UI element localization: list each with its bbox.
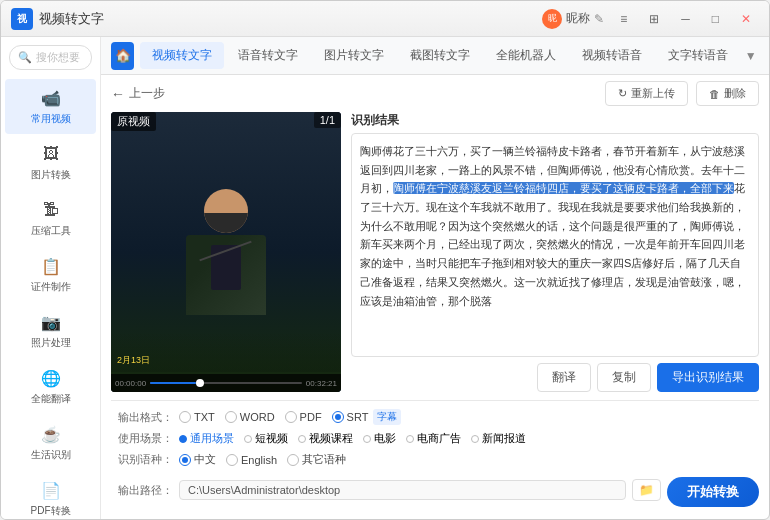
settings-area: 输出格式： TXTWORDPDFSRT字幕 使用场景： 通用场景短视频视频课程电… bbox=[111, 400, 759, 513]
path-label: 输出路径： bbox=[111, 483, 173, 498]
lang-options: 中文English其它语种 bbox=[179, 452, 346, 467]
scene-option-course[interactable]: 视频课程 bbox=[298, 431, 353, 446]
video-date: 2月13日 bbox=[117, 355, 150, 365]
sidebar-item-cert-make[interactable]: 📋证件制作 bbox=[5, 247, 96, 302]
window-controls: ≡ ⊞ ─ □ ✕ bbox=[612, 10, 759, 28]
tab-video-dubbing[interactable]: 视频转语音 bbox=[570, 42, 654, 69]
format-option-word[interactable]: WORD bbox=[225, 411, 275, 423]
scene-option-ecommerce[interactable]: 电商广告 bbox=[406, 431, 461, 446]
time-total: 00:32:21 bbox=[306, 379, 337, 388]
scene-options: 通用场景短视频视频课程电影电商广告新闻报道 bbox=[179, 431, 526, 446]
top-nav: 🏠 视频转文字语音转文字图片转文字截图转文字全能机器人视频转语音文字转语音 ▼ bbox=[101, 37, 769, 75]
ecommerce-dot bbox=[406, 435, 414, 443]
cert-make-icon: 📋 bbox=[40, 255, 62, 277]
translate-button[interactable]: 翻译 bbox=[537, 363, 591, 392]
sidebar-item-photo-process[interactable]: 📷照片处理 bbox=[5, 303, 96, 358]
timeline-progress bbox=[150, 382, 196, 384]
word-radio bbox=[225, 411, 237, 423]
nav-tabs: 视频转文字语音转文字图片转文字截图转文字全能机器人视频转语音文字转语音 bbox=[140, 42, 740, 69]
video-content[interactable]: 2月13日 ▶ 00:00:00 bbox=[111, 112, 341, 392]
course-dot bbox=[298, 435, 306, 443]
search-placeholder: 搜你想要 bbox=[36, 50, 80, 65]
user-info: 昵 昵称 ✎ bbox=[542, 9, 604, 29]
timeline-bar[interactable] bbox=[150, 382, 302, 384]
delete-button[interactable]: 🗑 删除 bbox=[696, 81, 759, 106]
back-icon: ← bbox=[111, 86, 125, 102]
sidebar-item-compress-tool[interactable]: 🗜压缩工具 bbox=[5, 191, 96, 246]
english-radio bbox=[226, 454, 238, 466]
video-timeline[interactable]: 00:00:00 00:32:21 bbox=[111, 374, 341, 392]
format-options: TXTWORDPDFSRT字幕 bbox=[179, 409, 401, 425]
sidebar: 🔍 搜你想要 📹常用视频🖼图片转换🗜压缩工具📋证件制作📷照片处理🌐全能翻译☕生活… bbox=[1, 37, 101, 519]
tab-speech-to-text[interactable]: 语音转文字 bbox=[226, 42, 310, 69]
other-radio bbox=[287, 454, 299, 466]
start-convert-button[interactable]: 开始转换 bbox=[667, 477, 759, 507]
scene-option-film[interactable]: 电影 bbox=[363, 431, 396, 446]
nav-more-button[interactable]: ▼ bbox=[742, 46, 759, 66]
minimize-button[interactable]: ─ bbox=[673, 10, 698, 28]
back-button[interactable]: ← 上一步 bbox=[111, 85, 165, 102]
video-label: 原视频 bbox=[111, 112, 156, 131]
format-label: 输出格式： bbox=[111, 410, 173, 425]
chinese-radio bbox=[179, 454, 191, 466]
sidebar-items: 📹常用视频🖼图片转换🗜压缩工具📋证件制作📷照片处理🌐全能翻译☕生活识别📄PDF转… bbox=[1, 78, 100, 519]
srt-badge: 字幕 bbox=[373, 409, 401, 425]
sidebar-item-all-translate[interactable]: 🌐全能翻译 bbox=[5, 359, 96, 414]
reupload-button[interactable]: ↻ 重新上传 bbox=[605, 81, 688, 106]
video-panel: 原视频 1/1 bbox=[111, 112, 341, 392]
grid-icon[interactable]: ⊞ bbox=[641, 10, 667, 28]
app-logo: 视 bbox=[11, 8, 33, 30]
tab-image-to-text[interactable]: 图片转文字 bbox=[312, 42, 396, 69]
srt-radio bbox=[332, 411, 344, 423]
sidebar-item-common-video[interactable]: 📹常用视频 bbox=[5, 79, 96, 134]
menu-icon[interactable]: ≡ bbox=[612, 10, 635, 28]
reload-icon: ↻ bbox=[618, 87, 627, 100]
lang-option-english[interactable]: English bbox=[226, 454, 277, 466]
common-video-icon: 📹 bbox=[40, 87, 62, 109]
pdf-convert-icon: 📄 bbox=[40, 479, 62, 501]
scene-option-short-video[interactable]: 短视频 bbox=[244, 431, 288, 446]
time-current: 00:00:00 bbox=[115, 379, 146, 388]
export-button[interactable]: 导出识别结果 bbox=[657, 363, 759, 392]
back-label: 上一步 bbox=[129, 85, 165, 102]
home-button[interactable]: 🏠 bbox=[111, 42, 134, 70]
format-option-srt[interactable]: SRT字幕 bbox=[332, 409, 402, 425]
video-wrapper: 原视频 1/1 bbox=[111, 112, 341, 392]
short-video-dot bbox=[244, 435, 252, 443]
app-title: 视频转文字 bbox=[39, 10, 542, 28]
scene-label: 使用场景： bbox=[111, 431, 173, 446]
copy-button[interactable]: 复制 bbox=[597, 363, 651, 392]
edit-icon[interactable]: ✎ bbox=[594, 12, 604, 26]
results-panel: 识别结果 陶师傅花了三十六万，买了一辆兰铃福特皮卡路者，春节开着新车，从宁波慈溪… bbox=[351, 112, 759, 392]
search-icon: 🔍 bbox=[18, 51, 32, 64]
compress-tool-icon: 🗜 bbox=[40, 199, 62, 221]
tab-text-to-speech[interactable]: 文字转语音 bbox=[656, 42, 740, 69]
film-dot bbox=[363, 435, 371, 443]
search-box[interactable]: 🔍 搜你想要 bbox=[9, 45, 92, 70]
lang-option-chinese[interactable]: 中文 bbox=[179, 452, 216, 467]
lang-label: 识别语种： bbox=[111, 452, 173, 467]
sidebar-item-image-convert[interactable]: 🖼图片转换 bbox=[5, 135, 96, 190]
avatar: 昵 bbox=[542, 9, 562, 29]
sidebar-item-pdf-convert[interactable]: 📄PDF转换 bbox=[5, 471, 96, 519]
folder-button[interactable]: 📁 bbox=[632, 479, 661, 501]
video-counter: 1/1 bbox=[314, 112, 341, 128]
results-text[interactable]: 陶师傅花了三十六万，买了一辆兰铃福特皮卡路者，春节开着新车，从宁波慈溪返回到四川… bbox=[351, 133, 759, 357]
tab-video-to-text[interactable]: 视频转文字 bbox=[140, 42, 224, 69]
maximize-button[interactable]: □ bbox=[704, 10, 727, 28]
all-translate-icon: 🌐 bbox=[40, 367, 62, 389]
path-input[interactable] bbox=[179, 480, 626, 500]
format-option-pdf[interactable]: PDF bbox=[285, 411, 322, 423]
scene-option-news[interactable]: 新闻报道 bbox=[471, 431, 526, 446]
sidebar-item-life-recog[interactable]: ☕生活识别 bbox=[5, 415, 96, 470]
tab-all-robot[interactable]: 全能机器人 bbox=[484, 42, 568, 69]
life-recog-icon: ☕ bbox=[40, 423, 62, 445]
pdf-radio bbox=[285, 411, 297, 423]
results-label: 识别结果 bbox=[351, 112, 759, 129]
lang-option-other[interactable]: 其它语种 bbox=[287, 452, 346, 467]
format-option-txt[interactable]: TXT bbox=[179, 411, 215, 423]
close-button[interactable]: ✕ bbox=[733, 10, 759, 28]
txt-radio bbox=[179, 411, 191, 423]
scene-option-general[interactable]: 通用场景 bbox=[179, 431, 234, 446]
tab-screenshot-to-text[interactable]: 截图转文字 bbox=[398, 42, 482, 69]
